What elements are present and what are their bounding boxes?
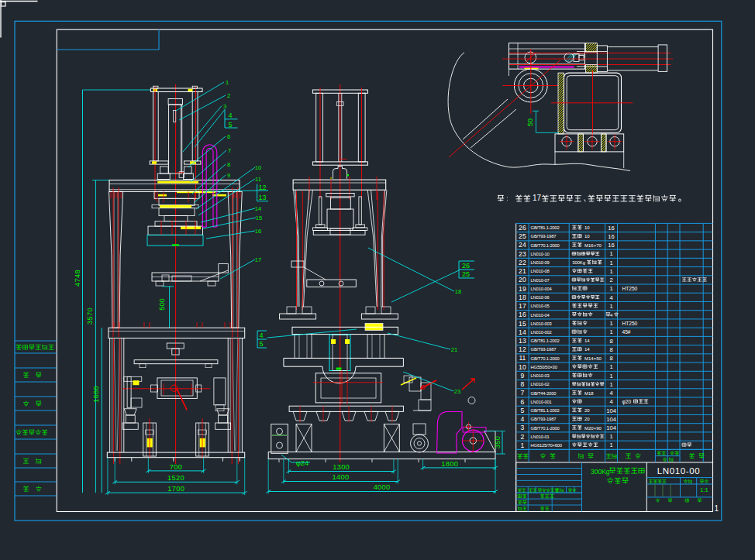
svg-text:500: 500 (158, 298, 166, 311)
svg-text:1700: 1700 (167, 485, 184, 493)
svg-text:4: 4 (609, 398, 612, 405)
svg-text:14: 14 (584, 338, 590, 343)
svg-text:2: 2 (521, 433, 525, 441)
svg-text:1: 1 (609, 433, 612, 440)
svg-text:LN010-02: LN010-02 (531, 382, 550, 387)
svg-text:18: 18 (519, 294, 526, 301)
svg-text:4: 4 (609, 294, 612, 301)
svg-text:LN010-002: LN010-002 (531, 330, 552, 335)
svg-text:2: 2 (227, 92, 230, 99)
svg-text:HG6125/70×600: HG6125/70×600 (531, 443, 562, 448)
svg-text:9: 9 (227, 172, 230, 179)
svg-text:10: 10 (584, 225, 590, 230)
svg-text:LN010-03: LN010-03 (531, 373, 550, 378)
svg-text:16: 16 (255, 228, 261, 235)
svg-text:8: 8 (521, 380, 525, 388)
svg-text:11: 11 (519, 354, 526, 362)
svg-text:20: 20 (584, 417, 590, 421)
svg-text:4748: 4748 (74, 270, 81, 287)
svg-text:LN010-10: LN010-10 (531, 252, 550, 256)
svg-text:1: 1 (609, 363, 612, 370)
svg-text:1688: 1688 (92, 386, 100, 403)
svg-text:3570: 3570 (86, 307, 94, 325)
svg-text:GB/T81.1-2002: GB/T81.1-2002 (531, 338, 560, 343)
svg-text:GB/T93-1987: GB/T93-1987 (531, 234, 557, 239)
svg-text:19: 19 (519, 285, 526, 293)
svg-text:104: 104 (606, 407, 616, 414)
svg-text:M18: M18 (584, 391, 594, 396)
svg-text:8: 8 (227, 161, 230, 168)
svg-text:M20×90: M20×90 (584, 426, 602, 431)
svg-text:GB/T70.1-2000: GB/T70.1-2000 (531, 426, 560, 431)
svg-text:1: 1 (609, 250, 612, 257)
svg-text:25: 25 (519, 232, 526, 240)
svg-text:GB/T93-1987: GB/T93-1987 (531, 347, 557, 352)
svg-text:50: 50 (526, 119, 534, 126)
svg-text:1: 1 (609, 303, 612, 310)
svg-text:13: 13 (258, 194, 266, 201)
svg-text:M14×50: M14×50 (584, 356, 602, 361)
svg-text:GB/T93-1987: GB/T93-1987 (531, 417, 557, 421)
svg-text:21: 21 (451, 346, 457, 353)
svg-text:14: 14 (255, 205, 261, 212)
svg-text:10: 10 (255, 164, 261, 171)
svg-text:LN010-07: LN010-07 (531, 278, 550, 283)
svg-text:4: 4 (259, 332, 263, 339)
svg-text:13: 13 (519, 337, 526, 345)
svg-text:10: 10 (584, 234, 590, 239)
svg-text:16: 16 (608, 225, 614, 232)
svg-text:1: 1 (609, 441, 612, 448)
svg-text:14: 14 (519, 328, 526, 336)
svg-text:LN010-08: LN010-08 (531, 269, 550, 273)
svg-text:7: 7 (228, 147, 231, 154)
svg-text:700: 700 (170, 463, 182, 471)
svg-text:20: 20 (519, 276, 526, 283)
svg-text:1: 1 (226, 79, 229, 86)
svg-text:8: 8 (609, 355, 612, 362)
svg-text:17: 17 (519, 302, 526, 310)
svg-text:LN010-05: LN010-05 (531, 304, 550, 308)
svg-text:2: 2 (609, 277, 612, 283)
svg-text:16: 16 (519, 311, 526, 318)
svg-text:4: 4 (228, 112, 232, 119)
svg-text:15: 15 (256, 215, 262, 222)
svg-text:1400: 1400 (333, 473, 350, 481)
svg-text:1: 1 (609, 268, 612, 275)
svg-text:HT250: HT250 (622, 286, 638, 291)
svg-text:1520: 1520 (167, 474, 184, 482)
svg-text:1: 1 (609, 259, 612, 266)
svg-text:LN010-003: LN010-003 (531, 321, 552, 326)
svg-text:1: 1 (609, 320, 612, 327)
svg-text:1300: 1300 (333, 463, 350, 471)
svg-text:6: 6 (521, 398, 525, 406)
svg-text:4: 4 (609, 390, 612, 397)
svg-text:1: 1 (609, 373, 612, 380)
svg-text:5: 5 (228, 121, 232, 129)
svg-text:104: 104 (606, 416, 616, 423)
svg-text:HT250: HT250 (622, 321, 638, 326)
svg-text:45#: 45# (622, 329, 631, 335)
svg-text:104: 104 (606, 424, 616, 431)
svg-text:GB/T81.1-2002: GB/T81.1-2002 (531, 225, 560, 230)
svg-text:4: 4 (521, 415, 525, 423)
svg-text:LN010-04: LN010-04 (531, 313, 550, 318)
svg-text:5: 5 (259, 340, 263, 348)
svg-text:26: 26 (519, 224, 526, 232)
svg-text:23: 23 (519, 250, 526, 258)
svg-text:4000: 4000 (374, 483, 391, 491)
svg-text:1:1: 1:1 (700, 486, 708, 493)
svg-text:LN010-004: LN010-004 (531, 287, 553, 291)
svg-text:26: 26 (462, 262, 470, 270)
svg-text:11: 11 (255, 176, 261, 183)
svg-text:GB/T70.1-2000: GB/T70.1-2000 (531, 356, 560, 361)
svg-text:1800: 1800 (441, 460, 458, 468)
svg-text:18: 18 (455, 288, 461, 295)
svg-text:10: 10 (519, 363, 526, 371)
svg-text:23: 23 (454, 388, 460, 395)
svg-text:LN010-01: LN010-01 (531, 435, 550, 439)
svg-text:12: 12 (519, 345, 526, 353)
svg-text:7: 7 (521, 389, 525, 397)
svg-text:LN010-06: LN010-06 (531, 295, 550, 300)
svg-text:24: 24 (519, 241, 526, 249)
svg-text:20: 20 (584, 408, 590, 413)
